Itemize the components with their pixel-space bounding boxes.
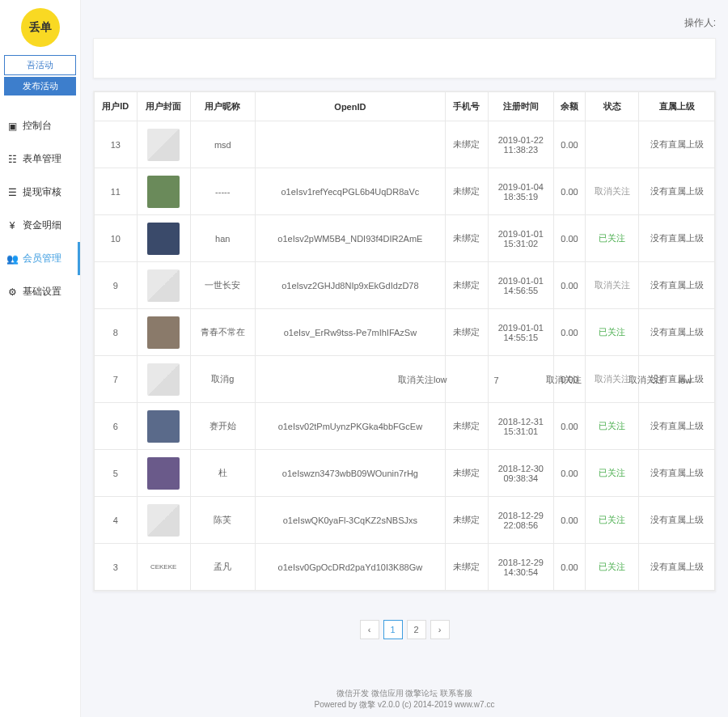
cell: 没有直属上级 xyxy=(639,356,715,403)
cell: 2018-12-30 09:38:34 xyxy=(488,450,554,497)
cell xyxy=(255,356,445,403)
cell xyxy=(137,309,190,356)
cell: 未绑定 xyxy=(446,309,489,356)
column-header: 状态 xyxy=(585,92,638,121)
settings-icon: ⚙ xyxy=(6,286,18,298)
avatar xyxy=(147,223,180,255)
cell: 13 xyxy=(95,121,138,168)
cell: 已关注 xyxy=(585,450,638,497)
avatar: CEKEKE xyxy=(147,551,180,583)
sidebar-item-0[interactable]: ▣控制台 xyxy=(0,109,80,142)
table-row: 6赛开始o1eIsv02tPmUynzPKGka4bbFGcEw未绑定2018-… xyxy=(95,403,715,450)
cell: 5 xyxy=(95,450,138,497)
column-header: 注册时间 xyxy=(488,92,554,121)
avatar xyxy=(147,316,180,349)
cell xyxy=(255,121,445,168)
cell: 取消g xyxy=(190,356,255,403)
avatar xyxy=(147,363,180,396)
cell: 0.00 xyxy=(554,262,586,309)
cell: 未绑定 xyxy=(446,121,489,168)
page-next[interactable]: › xyxy=(430,620,450,639)
table-row: 5杜o1eIswzn3473wbB09WOunin7rHg未绑定2018-12-… xyxy=(95,450,715,497)
sidebar-item-5[interactable]: ⚙基础设置 xyxy=(0,275,80,308)
table-row: 7取消g0.00取消关注没有直属上级 xyxy=(95,356,715,403)
sidebar-item-label: 基础设置 xyxy=(23,285,61,299)
cell: 2018-12-31 15:31:01 xyxy=(488,403,554,450)
cell: 未绑定 xyxy=(446,215,489,262)
cell: 未绑定 xyxy=(446,403,489,450)
cell: 没有直属上级 xyxy=(639,262,715,309)
sidebar-item-4[interactable]: 👥会员管理 xyxy=(0,242,80,275)
cell: 0.00 xyxy=(554,121,586,168)
avatar xyxy=(147,504,180,537)
column-header: 用户昵称 xyxy=(190,92,255,121)
cell: o1eIsv02tPmUynzPKGka4bbFGcEw xyxy=(255,403,445,450)
cell: 4 xyxy=(95,497,138,544)
cell: 未绑定 xyxy=(446,262,489,309)
cell xyxy=(488,356,554,403)
footer-links[interactable]: 微信开发 微信应用 微擎论坛 联系客服 xyxy=(93,688,716,699)
nav-btn-activity[interactable]: 吾活动 xyxy=(4,55,76,75)
avatar xyxy=(147,176,180,208)
cell: CEKEKE xyxy=(137,544,190,591)
cell: 陈芙 xyxy=(190,497,255,544)
cell: 6 xyxy=(95,403,138,450)
cell: 2019-01-01 14:55:15 xyxy=(488,309,554,356)
avatar xyxy=(147,457,180,490)
cell: ----- xyxy=(190,168,255,215)
avatar xyxy=(147,269,180,302)
cell: 9 xyxy=(95,262,138,309)
cell: 已关注 xyxy=(585,309,638,356)
cell: 一世长安 xyxy=(190,262,255,309)
cell: 孟凡 xyxy=(190,544,255,591)
cell: o1eIsv1refYecqPGL6b4UqDR8aVc xyxy=(255,168,445,215)
sidebar-item-3[interactable]: ¥资金明细 xyxy=(0,209,80,242)
cell xyxy=(137,168,190,215)
cell: 8 xyxy=(95,309,138,356)
table-row: 4陈芙o1eIswQK0yaFl-3CqKZ2sNBSJxs未绑定2018-12… xyxy=(95,497,715,544)
sidebar-item-1[interactable]: ☷表单管理 xyxy=(0,142,80,176)
cell: 青春不常在 xyxy=(190,309,255,356)
cell: msd xyxy=(190,121,255,168)
cell: han xyxy=(190,215,255,262)
cell: 已关注 xyxy=(585,403,638,450)
cell: o1eIsv2pWM5B4_NDI93f4DIR2AmE xyxy=(255,215,445,262)
cell: 0.00 xyxy=(554,544,586,591)
cell: 未绑定 xyxy=(446,450,489,497)
member-table: 用户ID用户封面用户昵称OpenID手机号注册时间余额状态直属上级 13msd未… xyxy=(94,91,715,591)
cell: 未绑定 xyxy=(446,497,489,544)
cell: 没有直属上级 xyxy=(639,544,715,591)
cell xyxy=(137,450,190,497)
sidebar-item-label: 表单管理 xyxy=(23,152,61,166)
page-2[interactable]: 2 xyxy=(407,620,426,639)
footer-poweredby: Powered by 微擎 v2.0.0 (c) 2014-2019 www.w… xyxy=(93,699,716,711)
page-prev[interactable]: ‹ xyxy=(360,620,379,639)
cell: 没有直属上级 xyxy=(639,403,715,450)
sidebar-item-label: 提现审核 xyxy=(23,185,61,199)
cell: 0.00 xyxy=(554,450,586,497)
nav-buttons: 吾活动 发布活动 xyxy=(0,51,80,101)
member-icon: 👥 xyxy=(6,253,18,265)
sidebar-menu: ▣控制台☷表单管理☰提现审核¥资金明细👥会员管理⚙基础设置 xyxy=(0,101,80,717)
footer: 微信开发 微信应用 微擎论坛 联系客服 Powered by 微擎 v2.0.0… xyxy=(93,655,716,717)
cell: o1eIsv_ErRw9tss-Pe7mIhIFAzSw xyxy=(255,309,445,356)
column-header: OpenID xyxy=(255,92,445,121)
form-icon: ☷ xyxy=(6,154,18,165)
table-row: 3CEKEKE孟凡o1eIsv0GpOcDRd2paYd10I3K88Gw未绑定… xyxy=(95,544,715,591)
sidebar-item-2[interactable]: ☰提现审核 xyxy=(0,176,80,209)
table-row: 8青春不常在o1eIsv_ErRw9tss-Pe7mIhIFAzSw未绑定201… xyxy=(95,309,715,356)
cell: 2019-01-01 14:56:55 xyxy=(488,262,554,309)
cell: 10 xyxy=(95,215,138,262)
column-header: 手机号 xyxy=(446,92,489,121)
dashboard-icon: ▣ xyxy=(6,121,18,132)
cell: 2019-01-01 15:31:02 xyxy=(488,215,554,262)
page-1[interactable]: 1 xyxy=(383,620,403,639)
cell: 2019-01-04 18:35:19 xyxy=(488,168,554,215)
cell: 已关注 xyxy=(585,544,638,591)
sidebar-item-label: 资金明细 xyxy=(23,218,61,232)
cell: 0.00 xyxy=(554,356,586,403)
cell: 3 xyxy=(95,544,138,591)
audit-icon: ☰ xyxy=(6,187,18,198)
cell: 2018-12-29 14:30:54 xyxy=(488,544,554,591)
nav-btn-publish[interactable]: 发布活动 xyxy=(4,77,76,95)
